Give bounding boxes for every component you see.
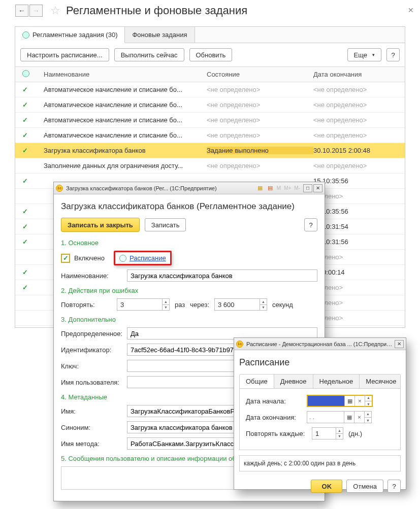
enabled-checkbox[interactable]: ✓ bbox=[61, 254, 70, 263]
table-row[interactable]: ✓Автоматическое начисление и списание бо… bbox=[15, 128, 405, 143]
enabled-label: Включено bbox=[74, 254, 105, 262]
globe-icon bbox=[22, 31, 29, 39]
interval-spinner[interactable]: ▲▼ bbox=[260, 298, 267, 311]
cell-name: Автоматическое начисление и списание бо.… bbox=[44, 86, 207, 93]
tab-monthly[interactable]: Месячное bbox=[360, 375, 401, 388]
clear-icon[interactable]: × bbox=[354, 396, 365, 406]
cell-date: 15 10:35:56 bbox=[313, 177, 405, 185]
table-row[interactable]: ✓Автоматическое начисление и списание бо… bbox=[15, 82, 405, 97]
tab-scheduled-jobs[interactable]: Регламентные задания (30) bbox=[15, 27, 125, 43]
table-row[interactable]: ✓Автоматическое начисление и списание бо… bbox=[15, 113, 405, 128]
cell-date: 15 10:31:56 bbox=[313, 238, 405, 246]
dialog-titlebar[interactable]: 1c Загрузка классификатора банков (Рег..… bbox=[54, 182, 325, 194]
repeat-every-spinner[interactable]: ▲▼ bbox=[336, 427, 343, 439]
cell-date: 30.10.2015 2:00:48 bbox=[313, 147, 405, 154]
tab-daily[interactable]: Дневное bbox=[274, 375, 313, 388]
help-button[interactable]: ? bbox=[304, 218, 317, 231]
clock-icon bbox=[119, 255, 126, 262]
grid-header: Наименование Состояние Дата окончания bbox=[15, 67, 405, 82]
table-row[interactable]: ✓Автоматическое начисление и списание бо… bbox=[15, 97, 405, 113]
back-button[interactable]: ← bbox=[15, 5, 28, 17]
start-date-field[interactable] bbox=[308, 396, 344, 406]
cell-name: Автоматическое начисление и списание бо.… bbox=[44, 116, 207, 124]
titlebar-text: Загрузка классификатора банков (Рег... (… bbox=[66, 185, 253, 191]
col-date[interactable]: Дата окончания bbox=[313, 71, 405, 78]
clear-icon[interactable]: × bbox=[354, 412, 364, 423]
calculator-icon[interactable]: ▦ bbox=[256, 185, 264, 192]
cell-date: еделено> bbox=[313, 314, 405, 322]
m-plus-icon[interactable]: M+ bbox=[284, 185, 291, 191]
nav-buttons: ← → bbox=[15, 5, 43, 17]
m-minus-icon[interactable]: M- bbox=[294, 185, 300, 191]
maximize-icon[interactable]: □ bbox=[303, 184, 312, 192]
schedule-dialog: 1c Расписание - Демонстрационная база ..… bbox=[234, 337, 406, 490]
save-button[interactable]: Записать bbox=[145, 218, 186, 231]
close-icon[interactable]: ✕ bbox=[313, 184, 322, 192]
cell-state: <не определено> bbox=[207, 86, 313, 93]
check-icon: ✓ bbox=[22, 284, 28, 291]
col-name[interactable]: Наименование bbox=[44, 71, 207, 78]
refresh-button[interactable]: Обновить bbox=[189, 48, 233, 61]
setup-schedule-button[interactable]: Настроить расписание... bbox=[20, 48, 109, 61]
cancel-button[interactable]: Отмена bbox=[346, 480, 383, 493]
cell-state: <не определено> bbox=[207, 101, 313, 109]
end-date-field[interactable]: . . bbox=[307, 412, 344, 423]
check-icon: ✓ bbox=[22, 131, 28, 139]
interval-input[interactable]: 3 600 bbox=[214, 298, 260, 311]
times-label: раз bbox=[175, 301, 185, 309]
forward-button[interactable]: → bbox=[29, 5, 43, 17]
save-and-close-button[interactable]: Записать и закрыть bbox=[61, 218, 140, 232]
dialog-titlebar[interactable]: 1c Расписание - Демонстрационная база ..… bbox=[234, 338, 406, 350]
identifier-label: Идентификатор: bbox=[61, 346, 127, 354]
close-icon[interactable]: ✕ bbox=[408, 6, 414, 14]
ok-button[interactable]: OK bbox=[311, 480, 342, 493]
toolbar: Настроить расписание... Выполнить сейчас… bbox=[15, 43, 405, 66]
schedule-link[interactable]: Расписание bbox=[130, 254, 166, 262]
check-icon: ✓ bbox=[22, 208, 28, 215]
name-input[interactable] bbox=[127, 269, 317, 282]
tab-general[interactable]: Общие bbox=[240, 375, 274, 388]
col-state[interactable]: Состояние bbox=[207, 71, 313, 78]
run-now-button[interactable]: Выполнить сейчас bbox=[114, 48, 184, 61]
tab-background-jobs[interactable]: Фоновые задания bbox=[125, 27, 195, 43]
cell-state: <не определено> bbox=[207, 162, 313, 169]
calendar-picker-icon[interactable]: ▦ bbox=[344, 412, 354, 423]
m-icon[interactable]: M bbox=[277, 185, 281, 191]
table-row[interactable]: Заполнение данных для ограничения досту.… bbox=[15, 158, 405, 174]
calendar-picker-icon[interactable]: ▦ bbox=[344, 396, 354, 406]
check-icon: ✓ bbox=[22, 238, 28, 246]
calendar-icon[interactable]: ▤ bbox=[267, 185, 274, 192]
close-icon[interactable]: ✕ bbox=[395, 340, 404, 348]
date-spinner[interactable]: ▲▼ bbox=[364, 411, 371, 423]
start-date-input[interactable]: ▦ × ▲▼ bbox=[307, 395, 373, 407]
app-1c-icon: 1c bbox=[56, 185, 63, 192]
end-date-input[interactable]: . . ▦ × ▲▼ bbox=[307, 411, 372, 423]
table-row[interactable]: ✓Загрузка классификатора банковЗадание в… bbox=[15, 143, 405, 158]
check-icon: ✓ bbox=[22, 268, 28, 276]
page-header: ← → ☆ Регламентные и фоновые задания ✕ bbox=[0, 0, 420, 20]
schedule-link-highlight: Расписание bbox=[114, 251, 172, 265]
favorite-star-icon[interactable]: ☆ bbox=[50, 5, 61, 16]
section-additional: 3. Дополнительно bbox=[61, 316, 317, 323]
seconds-label: секунд bbox=[272, 301, 293, 309]
app-1c-icon: 1c bbox=[236, 341, 243, 348]
tab-label: Регламентные задания (30) bbox=[33, 31, 117, 39]
repeat-count-spinner[interactable]: ▲▼ bbox=[163, 298, 170, 311]
repeat-every-input[interactable]: 1 bbox=[312, 427, 336, 439]
start-date-label: Дата начала: bbox=[246, 397, 307, 405]
repeat-every-label: Повторять каждые: bbox=[246, 430, 312, 437]
cell-state: Задание выполнено bbox=[207, 147, 313, 154]
check-icon: ✓ bbox=[22, 177, 28, 185]
titlebar-text: Расписание - Демонстрационная база ... (… bbox=[246, 341, 395, 347]
cell-date: <не определено> bbox=[313, 86, 405, 93]
help-button[interactable]: ? bbox=[386, 48, 400, 61]
synonym-label: Синоним: bbox=[61, 424, 127, 431]
schedule-title: Расписание bbox=[239, 357, 401, 368]
help-button[interactable]: ? bbox=[387, 480, 401, 493]
tab-weekly[interactable]: Недельное bbox=[313, 375, 360, 388]
repeat-count-input[interactable]: 3 bbox=[117, 298, 163, 311]
cell-date: 15 0:00:14 bbox=[313, 268, 405, 276]
more-button[interactable]: Еще bbox=[347, 48, 381, 61]
tab-label: Фоновые задания bbox=[132, 31, 187, 39]
date-spinner[interactable]: ▲▼ bbox=[365, 395, 372, 407]
